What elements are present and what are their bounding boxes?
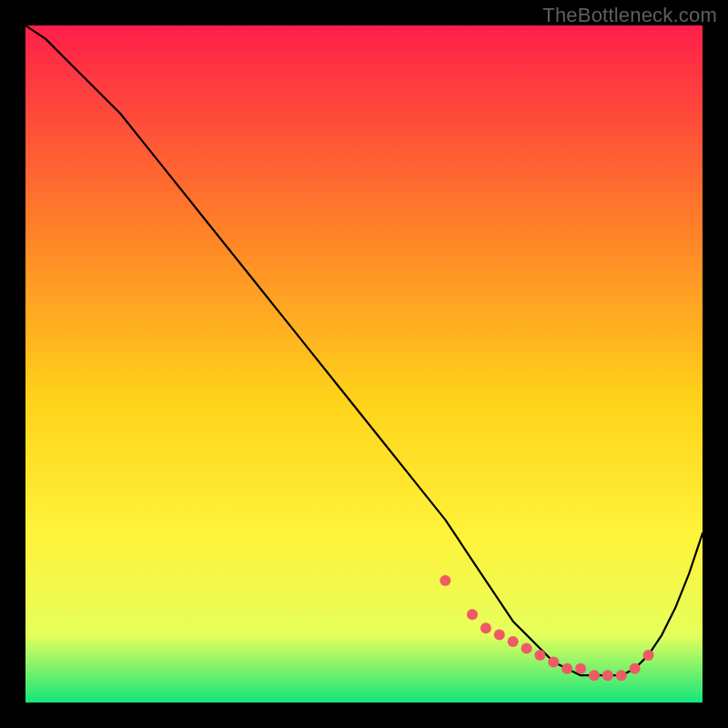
marker-dot [643,650,654,661]
marker-dot [589,670,600,681]
marker-dot [508,636,519,647]
marker-dot [440,575,450,586]
marker-dot [534,650,545,661]
marker-dot [521,643,532,654]
marker-dot [602,670,613,681]
marker-dot [630,663,641,674]
marker-dot [561,663,572,674]
marker-dot [616,670,627,681]
watermark-text: TheBottleneck.com [542,4,717,27]
chart-svg [25,25,703,703]
marker-dot [494,630,505,641]
marker-dot [467,609,478,620]
marker-dot [480,622,491,633]
marker-dot [575,663,586,674]
plot-area [25,25,703,703]
gradient-background [25,25,703,703]
marker-dot [548,656,559,667]
chart-frame: TheBottleneck.com [0,0,728,728]
